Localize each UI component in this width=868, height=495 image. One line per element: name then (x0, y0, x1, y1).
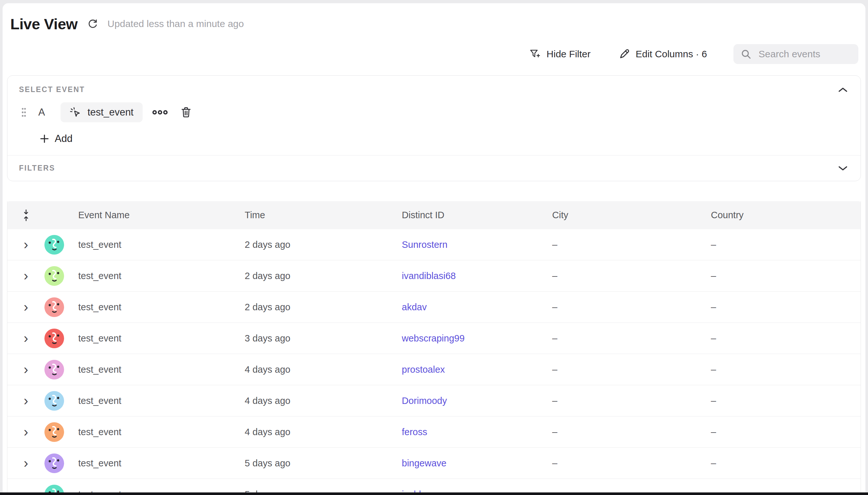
expand-row-chevron[interactable]: › (21, 363, 32, 376)
chevron-down-icon (838, 165, 848, 172)
user-avatar (45, 391, 64, 411)
pencil-icon (619, 49, 630, 59)
user-avatar (45, 266, 64, 286)
search-input[interactable] (758, 48, 851, 60)
event-name-cell: test_event (78, 239, 245, 250)
distinct-id-link[interactable]: Dorimoody (402, 395, 447, 406)
trash-icon (181, 106, 191, 118)
table-row: › test_event 4 days ago feross – – (7, 416, 861, 448)
column-header-country: Country (711, 210, 861, 220)
table-row: › test_event 2 days ago akdav – – (7, 292, 861, 323)
time-cell: 4 days ago (245, 427, 402, 438)
time-cell: 2 days ago (245, 302, 402, 312)
expand-row-chevron[interactable]: › (21, 456, 32, 470)
filters-label: FILTERS (19, 164, 55, 172)
event-name-cell: test_event (78, 364, 245, 375)
time-cell: 4 days ago (245, 395, 402, 406)
edit-columns-label: Edit Columns · 6 (635, 49, 707, 59)
drag-handle-icon[interactable] (21, 107, 27, 118)
delete-clause-button[interactable] (181, 106, 191, 118)
time-cell: 2 days ago (245, 239, 402, 250)
country-cell: – (711, 239, 861, 250)
window-bottom-edge (0, 492, 868, 495)
updated-status: Updated less than a minute ago (107, 18, 244, 29)
city-cell: – (552, 239, 711, 250)
query-builder-panel: SELECT EVENT A (7, 75, 861, 181)
search-icon (741, 49, 751, 59)
refresh-icon (87, 18, 99, 30)
clause-letter: A (38, 106, 45, 118)
event-pill-label: test_event (88, 106, 134, 118)
filters-section: FILTERS (7, 155, 861, 181)
table-row: › test_event 4 days ago Dorimoody – – (7, 385, 861, 416)
select-event-label: SELECT EVENT (19, 85, 85, 94)
event-name-cell: test_event (78, 395, 245, 406)
city-cell: – (552, 271, 711, 281)
table-row: › test_event 2 days ago Sunrostern – – (7, 229, 861, 260)
distinct-id-link[interactable]: ivandiblasi68 (402, 271, 456, 281)
filter-plus-icon (529, 49, 541, 59)
table-body: › test_event 2 days ago Sunrostern – – › (7, 229, 861, 495)
city-cell: – (552, 333, 711, 344)
collapse-all-rows-button[interactable] (22, 209, 30, 222)
hide-filter-button[interactable]: Hide Filter (527, 48, 593, 60)
expand-row-chevron[interactable]: › (21, 394, 32, 408)
live-view-page: Live View Updated less than a minute ago… (3, 3, 865, 495)
chevron-up-icon (838, 87, 848, 93)
user-avatar (45, 235, 64, 255)
table-row: › test_event 5 days ago bingewave – – (7, 448, 861, 479)
distinct-id-link[interactable]: webscraping99 (402, 333, 464, 343)
city-cell: – (552, 302, 711, 312)
hide-filter-label: Hide Filter (547, 49, 591, 59)
event-select-button[interactable]: test_event (61, 102, 143, 122)
add-button-label: Add (55, 133, 72, 144)
country-cell: – (711, 302, 861, 312)
event-name-cell: test_event (78, 302, 245, 312)
user-avatar (45, 454, 64, 473)
table-row: › test_event 4 days ago prostoalex – – (7, 354, 861, 385)
event-clause-row: A test_event (19, 102, 849, 122)
city-cell: – (552, 458, 711, 468)
expand-row-chevron[interactable]: › (21, 238, 32, 251)
distinct-id-link[interactable]: akdav (402, 302, 427, 312)
user-avatar (45, 329, 64, 348)
distinct-id-link[interactable]: Sunrostern (402, 239, 447, 250)
country-cell: – (711, 458, 861, 468)
event-name-cell: test_event (78, 333, 245, 344)
cursor-click-icon (70, 106, 81, 118)
city-cell: – (552, 427, 711, 438)
expand-row-chevron[interactable]: › (21, 300, 32, 314)
column-header-event-name: Event Name (78, 210, 245, 220)
plus-icon (39, 134, 49, 143)
user-avatar (45, 297, 64, 317)
collapse-section-button[interactable] (837, 87, 849, 93)
search-box[interactable] (733, 44, 858, 64)
table-row: › test_event 2 days ago ivandiblasi68 – … (7, 260, 861, 292)
page-title: Live View (10, 15, 78, 33)
country-cell: – (711, 427, 861, 438)
time-cell: 4 days ago (245, 364, 402, 375)
more-options-button[interactable] (152, 109, 168, 115)
expand-row-chevron[interactable]: › (21, 425, 32, 439)
event-name-cell: test_event (78, 271, 245, 281)
edit-columns-button[interactable]: Edit Columns · 6 (617, 48, 709, 60)
column-header-city: City (552, 210, 711, 220)
expand-filters-button[interactable] (837, 165, 849, 172)
expand-row-chevron[interactable]: › (21, 331, 32, 345)
distinct-id-link[interactable]: feross (402, 427, 427, 437)
user-avatar (45, 422, 64, 442)
table-row: › test_event 3 days ago webscraping99 – … (7, 323, 861, 354)
country-cell: – (711, 271, 861, 281)
refresh-button[interactable] (87, 18, 99, 30)
events-table: Event Name Time Distinct ID City Country… (7, 201, 861, 495)
country-cell: – (711, 395, 861, 406)
expand-row-chevron[interactable]: › (21, 269, 32, 283)
distinct-id-link[interactable]: bingewave (402, 458, 446, 468)
add-event-button[interactable]: Add (38, 133, 74, 145)
distinct-id-link[interactable]: prostoalex (402, 364, 445, 375)
time-cell: 3 days ago (245, 333, 402, 344)
city-cell: – (552, 395, 711, 406)
city-cell: – (552, 364, 711, 375)
collapse-rows-icon (22, 209, 30, 222)
user-avatar (45, 360, 64, 379)
